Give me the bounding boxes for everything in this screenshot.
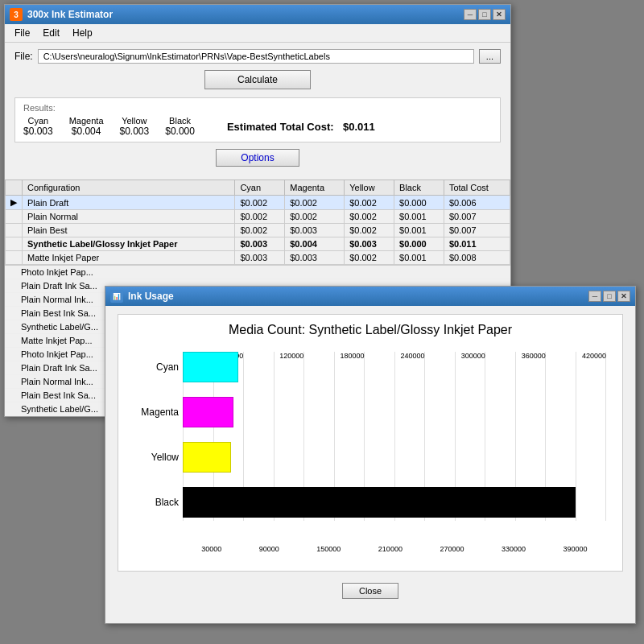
main-content: File: ... Calculate Results: Cyan $0.003… bbox=[5, 43, 510, 180]
yellow-cell: $0.002 bbox=[345, 251, 394, 265]
bar-row: Yellow bbox=[183, 442, 606, 473]
total-cost-value: $0.011 bbox=[343, 121, 375, 133]
cyan-cell: $0.002 bbox=[235, 224, 285, 237]
bar-fill bbox=[183, 397, 233, 427]
cyan-cell: $0.003 bbox=[235, 251, 285, 265]
yellow-label: Yellow bbox=[120, 116, 150, 126]
config-cell: Synthetic Label/Glossy Inkjet Paper bbox=[23, 237, 235, 251]
bar-label: Black bbox=[130, 497, 179, 508]
title-bar-left: 3 300x Ink Estimator bbox=[10, 8, 113, 21]
bar-row: Cyan bbox=[183, 352, 606, 382]
x-axis-bottom: 3000090000150000210000270000330000390000 bbox=[183, 545, 606, 553]
table-row[interactable]: Plain Best$0.002$0.003$0.002$0.001$0.007 bbox=[6, 224, 510, 237]
magenta-cell: $0.002 bbox=[285, 196, 345, 210]
ink-maximize-button[interactable]: □ bbox=[603, 291, 616, 302]
menu-help[interactable]: Help bbox=[66, 26, 99, 40]
cyan-cell: $0.002 bbox=[235, 196, 285, 210]
x-axis-bottom-label: 90000 bbox=[259, 545, 279, 553]
calculate-button[interactable]: Calculate bbox=[204, 70, 311, 89]
col-arrow bbox=[6, 180, 23, 196]
results-label: Results: bbox=[23, 103, 492, 113]
config-table: Configuration Cyan Magenta Yellow Black … bbox=[5, 180, 510, 265]
config-cell: Plain Best bbox=[23, 224, 235, 237]
arrow-cell bbox=[6, 224, 23, 237]
bar-fill bbox=[183, 442, 231, 473]
cyan-value: $0.003 bbox=[23, 126, 53, 137]
ink-title-left: 📊 Ink Usage bbox=[110, 290, 174, 303]
table-row[interactable]: Matte Inkjet Paper$0.003$0.003$0.002$0.0… bbox=[6, 251, 510, 265]
magenta-cell: $0.003 bbox=[285, 224, 345, 237]
magenta-cell: $0.002 bbox=[285, 210, 345, 224]
col-black: Black bbox=[394, 180, 444, 196]
config-cell: Matte Inkjet Paper bbox=[23, 251, 235, 265]
black-cell: $0.001 bbox=[394, 224, 444, 237]
ink-minimize-button[interactable]: ─ bbox=[588, 291, 601, 302]
title-bar-controls: ─ □ ✕ bbox=[464, 9, 506, 20]
total-cost-label: Estimated Total Cost: bbox=[227, 121, 334, 133]
bar-fill bbox=[183, 352, 238, 382]
total-cell: $0.007 bbox=[444, 224, 510, 237]
chart-body: 0600001200001800002400003000003600004200… bbox=[126, 352, 614, 553]
cyan-label: Cyan bbox=[23, 116, 53, 126]
black-label: Black bbox=[165, 116, 195, 126]
black-cell: $0.000 bbox=[394, 237, 444, 251]
arrow-cell bbox=[6, 210, 23, 224]
x-axis-bottom-label: 330000 bbox=[502, 545, 526, 553]
menu-file[interactable]: File bbox=[8, 26, 36, 40]
chart-area: Media Count: Synthetic Label/Glossy Inkj… bbox=[118, 314, 623, 572]
file-path-input[interactable] bbox=[38, 49, 474, 64]
app-icon: 3 bbox=[10, 8, 23, 21]
table-row[interactable]: ▶Plain Draft$0.002$0.002$0.002$0.000$0.0… bbox=[6, 196, 510, 210]
black-cell: $0.001 bbox=[394, 251, 444, 265]
cyan-cell: $0.002 bbox=[235, 210, 285, 224]
cyan-col: Cyan $0.003 bbox=[23, 116, 53, 137]
arrow-cell bbox=[6, 237, 23, 251]
magenta-col: Magenta $0.004 bbox=[69, 116, 104, 137]
black-col: Black $0.000 bbox=[165, 116, 195, 137]
total-cell: $0.008 bbox=[444, 251, 510, 265]
file-label: File: bbox=[14, 51, 33, 62]
maximize-button[interactable]: □ bbox=[478, 9, 491, 20]
yellow-col: Yellow $0.003 bbox=[120, 116, 150, 137]
close-button[interactable]: Close bbox=[342, 583, 398, 599]
ink-close-button[interactable]: ✕ bbox=[617, 291, 630, 302]
x-axis-bottom-label: 150000 bbox=[316, 545, 341, 553]
options-button[interactable]: Options bbox=[216, 149, 299, 167]
x-axis-bottom-label: 270000 bbox=[440, 545, 464, 553]
bar-label: Cyan bbox=[130, 361, 179, 373]
menu-edit[interactable]: Edit bbox=[36, 26, 66, 40]
yellow-cell: $0.002 bbox=[345, 224, 394, 237]
list-item[interactable]: Photo Inkjet Pap... bbox=[5, 266, 510, 279]
col-yellow: Yellow bbox=[345, 180, 394, 196]
yellow-cell: $0.002 bbox=[345, 210, 394, 224]
bar-label: Yellow bbox=[130, 452, 179, 463]
browse-button[interactable]: ... bbox=[479, 49, 501, 64]
config-cell: Plain Draft bbox=[23, 196, 235, 210]
results-section: Results: Cyan $0.003 Magenta $0.004 Yell… bbox=[14, 97, 501, 142]
col-magenta: Magenta bbox=[285, 180, 345, 196]
ink-icon: 📊 bbox=[110, 290, 123, 303]
magenta-cell: $0.003 bbox=[285, 251, 345, 265]
bar-row: Magenta bbox=[183, 397, 606, 427]
arrow-cell bbox=[6, 251, 23, 265]
total-cell: $0.011 bbox=[444, 237, 510, 251]
ink-title-bar: 📊 Ink Usage ─ □ ✕ bbox=[105, 287, 635, 306]
yellow-value: $0.003 bbox=[120, 126, 150, 137]
arrow-cell: ▶ bbox=[6, 196, 23, 210]
magenta-label: Magenta bbox=[69, 116, 104, 126]
chart-title: Media Count: Synthetic Label/Glossy Inkj… bbox=[126, 323, 614, 337]
close-row: Close bbox=[105, 580, 635, 609]
col-total: Total Cost bbox=[444, 180, 510, 196]
x-axis-bottom-label: 390000 bbox=[564, 545, 588, 553]
bar-fill bbox=[183, 487, 576, 518]
main-window-title: 300x Ink Estimator bbox=[27, 9, 113, 20]
x-axis-bottom-label: 210000 bbox=[378, 545, 402, 553]
table-row[interactable]: Synthetic Label/Glossy Inkjet Paper$0.00… bbox=[6, 237, 510, 251]
close-button[interactable]: ✕ bbox=[493, 9, 506, 20]
cyan-cell: $0.003 bbox=[235, 237, 285, 251]
magenta-value: $0.004 bbox=[69, 126, 104, 137]
table-row[interactable]: Plain Normal$0.002$0.002$0.002$0.001$0.0… bbox=[6, 210, 510, 224]
total-section: Estimated Total Cost: $0.011 bbox=[227, 121, 375, 133]
minimize-button[interactable]: ─ bbox=[464, 9, 477, 20]
file-row: File: ... bbox=[14, 49, 501, 64]
